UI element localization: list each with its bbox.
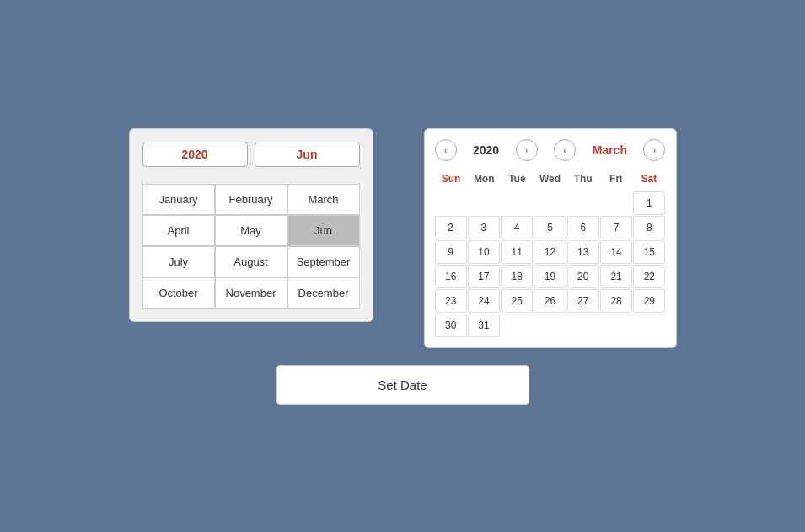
- day-header-mon: Mon: [468, 169, 501, 188]
- day-header-fri: Fri: [599, 169, 632, 188]
- calendar-grid: 1234567891011121314151617181920212223242…: [435, 191, 666, 337]
- month-cell[interactable]: Jun: [287, 215, 360, 246]
- month-cell[interactable]: November: [215, 277, 287, 309]
- calendar-day: [567, 314, 599, 337]
- calendar-day[interactable]: 6: [567, 216, 599, 239]
- calendar-day: [633, 314, 665, 337]
- calendar-day: [501, 314, 533, 337]
- calendar-day: [435, 191, 467, 215]
- calendar-day[interactable]: 26: [534, 289, 566, 313]
- calendar-month-label: March: [593, 143, 627, 157]
- calendar-day[interactable]: 21: [600, 265, 632, 288]
- calendar-day[interactable]: 10: [468, 240, 500, 264]
- calendar-header: ‹ 2020 › ‹ March ›: [435, 139, 666, 161]
- calendar-day[interactable]: 3: [468, 216, 500, 239]
- day-header-thu: Thu: [566, 169, 599, 188]
- year-field[interactable]: 2020: [142, 142, 248, 167]
- next-month-btn[interactable]: ›: [643, 139, 665, 161]
- calendar-day[interactable]: 12: [534, 240, 566, 264]
- month-cell[interactable]: August: [215, 246, 287, 277]
- calendar-days-header: SunMonTueWedThuFriSat: [435, 169, 666, 188]
- calendar-year-label: 2020: [473, 143, 499, 157]
- day-header-sun: Sun: [435, 169, 468, 188]
- calendar-day[interactable]: 7: [600, 216, 632, 239]
- month-cell[interactable]: December: [287, 277, 360, 309]
- month-cell[interactable]: April: [142, 215, 215, 246]
- calendar-day: [534, 314, 566, 337]
- pickers-row: 2020 Jun JanuaryFebruaryMarchAprilMayJun…: [129, 128, 677, 348]
- month-cell[interactable]: September: [287, 246, 360, 277]
- next-year-btn[interactable]: ›: [516, 139, 538, 161]
- calendar-picker: ‹ 2020 › ‹ March › SunMonTueWedThuFriSat…: [424, 128, 677, 348]
- month-picker-header: 2020 Jun: [142, 142, 360, 167]
- months-grid: JanuaryFebruaryMarchAprilMayJunJulyAugus…: [142, 184, 360, 309]
- calendar-day[interactable]: 11: [501, 240, 533, 264]
- calendar-day[interactable]: 24: [468, 289, 500, 313]
- calendar-day[interactable]: 28: [600, 289, 632, 313]
- calendar-day[interactable]: 15: [633, 240, 665, 264]
- set-date-button[interactable]: Set Date: [276, 365, 529, 405]
- calendar-day: [468, 191, 500, 215]
- calendar-day[interactable]: 14: [600, 240, 632, 264]
- calendar-day[interactable]: 4: [501, 216, 533, 239]
- calendar-day[interactable]: 2: [435, 216, 467, 239]
- month-cell[interactable]: January: [142, 184, 215, 215]
- calendar-day[interactable]: 5: [534, 216, 566, 239]
- calendar-day[interactable]: 30: [435, 314, 467, 337]
- calendar-day[interactable]: 8: [633, 216, 665, 239]
- calendar-day[interactable]: 22: [633, 265, 665, 288]
- calendar-day[interactable]: 16: [435, 265, 467, 288]
- calendar-day[interactable]: 19: [534, 265, 566, 288]
- calendar-day[interactable]: 17: [468, 265, 500, 288]
- day-header-wed: Wed: [534, 169, 566, 188]
- day-header-sat: Sat: [632, 169, 665, 188]
- calendar-day[interactable]: 23: [435, 289, 467, 313]
- calendar-day[interactable]: 31: [468, 314, 500, 337]
- calendar-day: [600, 191, 632, 215]
- calendar-day[interactable]: 20: [567, 265, 599, 288]
- month-cell[interactable]: February: [215, 184, 287, 215]
- prev-month-btn[interactable]: ‹: [554, 139, 576, 161]
- calendar-day: [600, 314, 632, 337]
- calendar-day: [501, 191, 533, 215]
- main-container: 2020 Jun JanuaryFebruaryMarchAprilMayJun…: [0, 111, 805, 422]
- month-cell[interactable]: July: [142, 246, 215, 277]
- calendar-day: [567, 191, 599, 215]
- calendar-day[interactable]: 29: [633, 289, 665, 313]
- calendar-day[interactable]: 27: [567, 289, 599, 313]
- prev-year-btn[interactable]: ‹: [435, 139, 457, 161]
- calendar-day[interactable]: 25: [501, 289, 533, 313]
- calendar-day: [534, 191, 566, 215]
- day-header-tue: Tue: [501, 169, 534, 188]
- calendar-day[interactable]: 1: [633, 191, 665, 215]
- calendar-day[interactable]: 9: [435, 240, 467, 264]
- month-picker: 2020 Jun JanuaryFebruaryMarchAprilMayJun…: [129, 128, 373, 322]
- month-cell[interactable]: October: [142, 277, 215, 309]
- calendar-day[interactable]: 18: [501, 265, 533, 288]
- calendar-day[interactable]: 13: [567, 240, 599, 264]
- month-cell[interactable]: March: [287, 184, 360, 215]
- month-field[interactable]: Jun: [255, 142, 360, 167]
- month-cell[interactable]: May: [215, 215, 287, 246]
